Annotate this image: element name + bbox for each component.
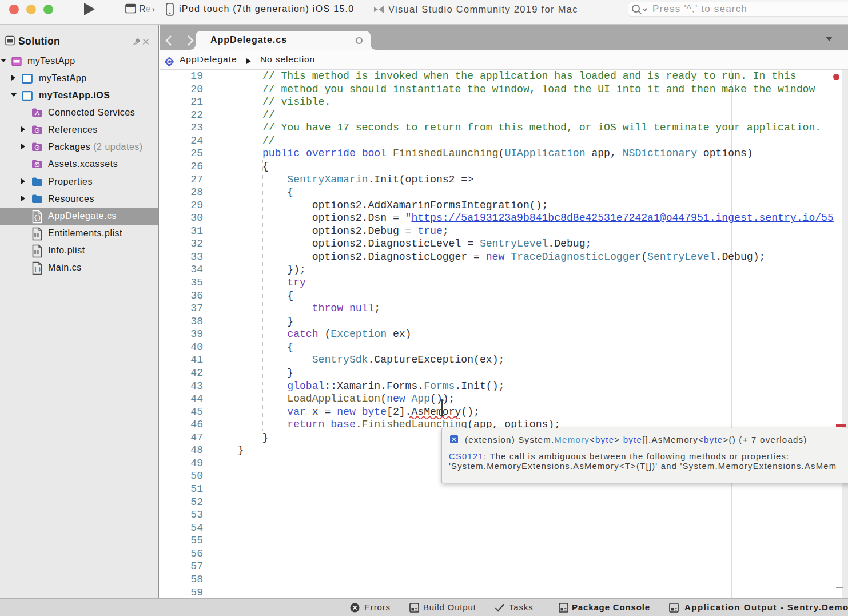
svg-text:{): {) bbox=[34, 214, 41, 221]
svg-text:{): {) bbox=[34, 266, 41, 273]
svg-text:C: C bbox=[167, 58, 172, 65]
